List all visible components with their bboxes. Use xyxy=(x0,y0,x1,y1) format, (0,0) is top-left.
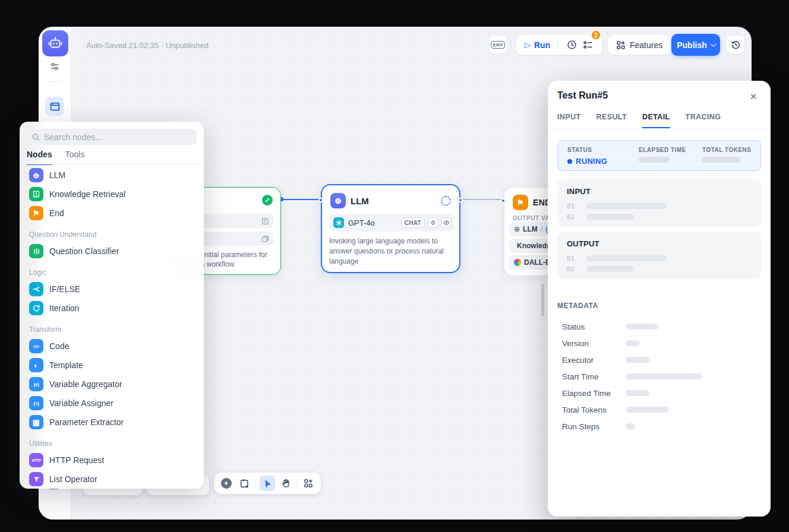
node-item-end[interactable]: ⚑End xyxy=(20,204,204,223)
iteration-icon xyxy=(29,301,43,315)
workflow-window-icon[interactable] xyxy=(45,97,64,116)
node-item-label: HTTP Request xyxy=(49,455,104,465)
metadata-skeleton xyxy=(626,423,635,429)
node-group-header: Transform xyxy=(20,318,204,337)
node-item-label: End xyxy=(49,208,64,218)
publish-button[interactable]: Publish xyxy=(671,34,720,56)
preferences-sliders-icon[interactable] xyxy=(50,62,59,71)
run-group-divider xyxy=(557,40,558,50)
tabs-divider xyxy=(20,164,204,164)
tokens-skeleton xyxy=(702,157,740,163)
node-list: ⊕LLMKnowledge Retrieval⚑EndQuestion Unde… xyxy=(20,166,204,489)
schedule-clock-icon[interactable] xyxy=(566,39,578,52)
checklist-icon[interactable] xyxy=(582,39,594,52)
hand-icon xyxy=(281,479,291,488)
topbar-divider xyxy=(511,40,512,49)
slash: / xyxy=(541,225,542,233)
metadata-row: Status xyxy=(562,318,752,335)
search-input[interactable] xyxy=(44,132,191,142)
model-selector[interactable]: GPT-4o CHAT xyxy=(329,214,455,232)
organize-layout-button[interactable] xyxy=(301,476,316,491)
node-item-list-operator[interactable]: List Operator xyxy=(20,470,204,489)
close-icon[interactable]: ✕ xyxy=(747,90,760,103)
llm-node-icon: ⊕ xyxy=(330,193,346,208)
node-item-if-else[interactable]: IF/ELSE xyxy=(20,280,204,299)
run-tab-input[interactable]: INPUT xyxy=(557,113,581,128)
toolbar-divider xyxy=(255,479,256,488)
node-item-variable-aggregator[interactable]: {x}Variable Aggregator xyxy=(20,375,204,394)
node-item-iteration[interactable]: Iteration xyxy=(20,299,204,318)
node-item-llm[interactable]: ⊕LLM xyxy=(20,166,204,185)
run-button[interactable]: Run xyxy=(534,40,550,50)
run-tab-result[interactable]: RESULT xyxy=(597,113,627,128)
node-item-question-classifier[interactable]: Question Classifier xyxy=(20,242,204,261)
line-skeleton xyxy=(586,255,667,261)
node-item-label: Variable Assigner xyxy=(49,398,113,408)
node-group-header: Question Understand xyxy=(20,223,204,242)
template-icon: ◐ xyxy=(29,358,43,372)
run-tab-tracing[interactable]: TRACING xyxy=(686,113,721,128)
input-port[interactable] xyxy=(501,198,506,203)
node-item-variable-assigner[interactable]: {=}Variable Assigner xyxy=(20,394,204,413)
llm-node-description: Invoking large language models to answer… xyxy=(329,236,456,267)
features-button[interactable]: Features xyxy=(607,34,671,55)
node-item-parameter-extractor[interactable]: ▦Parameter Extractor xyxy=(20,413,204,432)
llm-node-title: LLM xyxy=(351,196,369,206)
panel-title: Test Run#5 xyxy=(557,90,608,101)
pointer-mode-button[interactable] xyxy=(260,476,274,491)
line-number: 02 xyxy=(567,265,575,273)
toolbar-divider xyxy=(297,479,298,488)
node-item-knowledge-retrieval[interactable]: Knowledge Retrieval xyxy=(20,185,204,204)
paragraph-field-icon xyxy=(261,235,269,245)
note-plus-icon xyxy=(239,479,250,489)
node-item-code[interactable]: </>Code xyxy=(20,337,204,356)
node-panel-tab-tools[interactable]: Tools xyxy=(65,150,85,165)
variable-aggregator-icon: {x} xyxy=(29,377,43,391)
total-tokens-label: TOTAL TOKENS xyxy=(702,147,752,153)
node-panel-tab-nodes[interactable]: Nodes xyxy=(27,150,52,165)
elapsed-skeleton xyxy=(639,157,670,163)
input-port[interactable] xyxy=(318,198,323,202)
metadata-key: Elapsed Time xyxy=(562,389,626,398)
add-node-button[interactable]: + xyxy=(219,476,233,491)
text-field-icon xyxy=(261,217,269,227)
run-tab-detail[interactable]: DETAIL xyxy=(642,113,670,128)
node-group-header: Utilities xyxy=(20,432,204,451)
test-run-panel: Test Run#5 ✕ INPUTRESULTDETAILTRACING ST… xyxy=(548,81,771,517)
http-request-icon: HTTP xyxy=(29,453,43,467)
end-node-icon: ⚑ xyxy=(513,195,528,210)
env-label: ENV xyxy=(491,41,504,49)
question-classifier-icon xyxy=(29,244,43,258)
llm-node[interactable]: ⊕ LLM GPT-4o CHAT xyxy=(321,184,460,273)
node-item-template[interactable]: ◐Template xyxy=(20,356,204,375)
history-button[interactable] xyxy=(726,35,745,54)
node-search-box[interactable] xyxy=(27,129,197,145)
elapsed-time-label: ELAPSED TIME xyxy=(639,147,686,153)
openai-icon xyxy=(333,217,344,228)
hand-mode-button[interactable] xyxy=(279,476,293,491)
app-logo-robot-icon[interactable] xyxy=(42,30,68,56)
node-item-label: Template xyxy=(49,360,83,370)
history-icon xyxy=(731,40,741,50)
node-item-label: IF/ELSE xyxy=(49,284,80,294)
skeleton-line: 01 xyxy=(567,201,667,211)
env-button[interactable]: ENV xyxy=(488,35,507,54)
node-item-http-request[interactable]: HTTPHTTP Request xyxy=(20,451,204,470)
layout-grid-icon xyxy=(304,479,313,488)
metadata-row: Executor xyxy=(562,352,752,368)
vision-eye-icon xyxy=(441,217,452,228)
node-item-label: Parameter Extractor xyxy=(49,417,124,427)
plus-icon: + xyxy=(221,478,232,489)
line-number: 01 xyxy=(567,255,575,262)
output-port[interactable] xyxy=(458,198,463,202)
add-note-button[interactable] xyxy=(237,476,252,491)
node-search-panel: NodesTools ⊕LLMKnowledge Retrieval⚑EndQu… xyxy=(20,122,204,489)
run-panel-tabs: INPUTRESULTDETAILTRACING xyxy=(557,113,721,128)
skeleton-line: 02 xyxy=(567,211,667,222)
variable-assigner-icon: {=} xyxy=(29,396,43,410)
node-item-label: LLM xyxy=(49,170,65,180)
metadata-key: Run Steps xyxy=(562,422,626,431)
code-icon: </> xyxy=(29,339,43,353)
metadata-skeleton xyxy=(626,407,668,413)
canvas-scrollbar[interactable] xyxy=(541,284,544,316)
